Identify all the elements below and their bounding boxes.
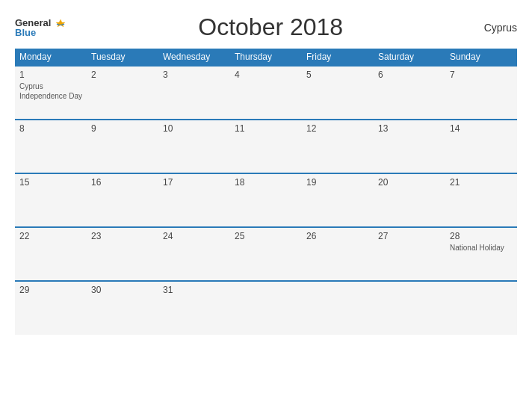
- calendar-table: MondayTuesdayWednesdayThursdayFridaySatu…: [15, 49, 517, 335]
- calendar-cell: 22: [15, 227, 87, 281]
- calendar-cell: 4: [230, 66, 302, 120]
- day-number: 29: [19, 285, 82, 295]
- day-number: 8: [19, 123, 82, 134]
- weekday-header-friday: Friday: [302, 49, 374, 66]
- day-number: 7: [450, 69, 513, 80]
- calendar-cell: 8: [15, 120, 87, 173]
- day-number: 3: [163, 69, 226, 80]
- calendar-cell: [445, 281, 517, 335]
- day-number: 15: [19, 177, 82, 188]
- calendar-cell: 21: [445, 173, 517, 227]
- calendar-cell: 1CyprusIndependence Day: [15, 66, 87, 120]
- day-number: 22: [19, 231, 82, 241]
- calendar-cell: 10: [158, 120, 230, 173]
- day-number: 17: [163, 177, 226, 188]
- calendar-cell: 14: [445, 120, 517, 173]
- weekday-header-wednesday: Wednesday: [158, 49, 230, 66]
- day-number: 31: [163, 285, 226, 295]
- weekday-header-row: MondayTuesdayWednesdayThursdayFridaySatu…: [15, 49, 517, 66]
- calendar-week-2: 891011121314: [15, 120, 517, 173]
- calendar-cell: 26: [302, 227, 374, 281]
- calendar-cell: 7: [445, 66, 517, 120]
- day-number: 10: [163, 123, 226, 134]
- calendar-cell: 17: [158, 173, 230, 227]
- calendar-cell: 20: [374, 173, 445, 227]
- calendar-cell: 11: [230, 120, 302, 173]
- calendar-body: 1CyprusIndependence Day23456789101112131…: [15, 66, 517, 335]
- calendar-cell: 29: [15, 281, 87, 335]
- calendar-cell: [230, 281, 302, 335]
- day-number: 18: [235, 177, 297, 188]
- calendar-cell: [302, 281, 374, 335]
- calendar-header: MondayTuesdayWednesdayThursdayFridaySatu…: [15, 49, 517, 66]
- calendar-cell: 15: [15, 173, 87, 227]
- logo-blue-text: Blue: [15, 28, 36, 37]
- calendar-cell: 25: [230, 227, 302, 281]
- day-number: 5: [306, 69, 369, 80]
- day-number: 11: [235, 123, 297, 134]
- day-number: 2: [91, 69, 154, 80]
- day-number: 1: [19, 69, 82, 80]
- calendar-week-5: 293031: [15, 281, 517, 335]
- calendar-cell: 24: [158, 227, 230, 281]
- page: General Blue October 2018 Cyprus MondayT…: [0, 0, 532, 411]
- calendar-cell: 16: [87, 173, 158, 227]
- day-number: 30: [91, 285, 154, 295]
- event-label: Cyprus: [19, 81, 82, 91]
- day-number: 25: [235, 231, 297, 241]
- day-number: 23: [91, 231, 154, 241]
- day-number: 6: [378, 69, 441, 80]
- calendar-cell: 31: [158, 281, 230, 335]
- calendar-cell: [374, 281, 445, 335]
- weekday-header-tuesday: Tuesday: [87, 49, 158, 66]
- event-label: National Holiday: [450, 243, 513, 253]
- header: General Blue October 2018 Cyprus: [15, 13, 517, 41]
- event-label: Independence Day: [19, 91, 82, 101]
- calendar-cell: 5: [302, 66, 374, 120]
- calendar-cell: 12: [302, 120, 374, 173]
- weekday-header-sunday: Sunday: [445, 49, 517, 66]
- day-number: 16: [91, 177, 154, 188]
- weekday-header-monday: Monday: [15, 49, 87, 66]
- calendar-cell: 13: [374, 120, 445, 173]
- calendar-cell: 30: [87, 281, 158, 335]
- calendar-cell: 18: [230, 173, 302, 227]
- calendar-cell: 6: [374, 66, 445, 120]
- day-number: 13: [378, 123, 441, 134]
- calendar-cell: 9: [87, 120, 158, 173]
- calendar-cell: 28National Holiday: [445, 227, 517, 281]
- calendar-cell: 19: [302, 173, 374, 227]
- day-number: 19: [306, 177, 369, 188]
- calendar-week-1: 1CyprusIndependence Day234567: [15, 66, 517, 120]
- day-number: 21: [450, 177, 513, 188]
- calendar-week-4: 22232425262728National Holiday: [15, 227, 517, 281]
- calendar-week-3: 15161718192021: [15, 173, 517, 227]
- day-number: 27: [378, 231, 441, 241]
- day-number: 14: [450, 123, 513, 134]
- calendar-title: October 2018: [69, 13, 472, 41]
- day-number: 9: [91, 123, 154, 134]
- logo: General Blue: [15, 17, 69, 37]
- day-number: 24: [163, 231, 226, 241]
- flag-icon: [52, 17, 69, 28]
- day-number: 26: [306, 231, 369, 241]
- logo-general-text: General: [15, 18, 51, 28]
- weekday-header-thursday: Thursday: [230, 49, 302, 66]
- weekday-header-saturday: Saturday: [374, 49, 445, 66]
- day-number: 28: [450, 231, 513, 241]
- day-number: 12: [306, 123, 369, 134]
- calendar-cell: 3: [158, 66, 230, 120]
- calendar-cell: 2: [87, 66, 158, 120]
- calendar-cell: 27: [374, 227, 445, 281]
- country-label: Cyprus: [472, 22, 517, 34]
- day-number: 4: [235, 69, 297, 80]
- day-number: 20: [378, 177, 441, 188]
- calendar-cell: 23: [87, 227, 158, 281]
